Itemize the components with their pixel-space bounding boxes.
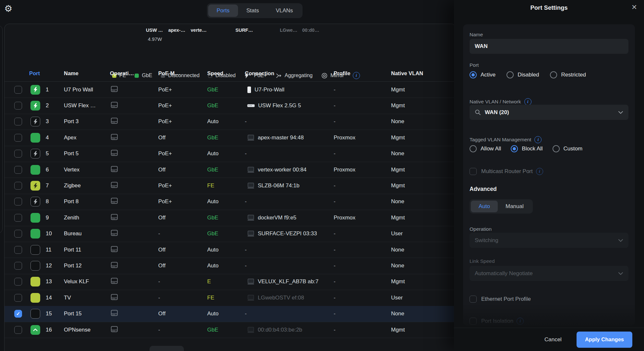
row-checkbox[interactable] xyxy=(14,134,22,142)
info-icon[interactable]: i xyxy=(524,98,531,105)
table-row[interactable]: 14 TV - FE LGwebOSTV ef:08 - User xyxy=(5,290,456,306)
tab-ports[interactable]: Ports xyxy=(208,5,238,17)
profile-cell: Proxmox xyxy=(334,215,355,221)
table-row[interactable]: 1 U7 Pro Wall PoE+ GbE U7-Pro-Wall - Mgm… xyxy=(5,82,456,98)
row-checkbox[interactable] xyxy=(14,150,22,158)
table-row[interactable]: 4 Apex Off GbE apex-master 94:48 Proxmox… xyxy=(5,130,456,146)
radio-icon xyxy=(511,145,518,152)
table-row[interactable]: 8 Port 8 PoE+ Auto - - None xyxy=(5,194,456,210)
tagged-vlan-option-allow-all[interactable]: Allow All xyxy=(470,145,501,152)
info-icon[interactable]: i xyxy=(534,136,542,143)
table-row[interactable]: 11 Port 11 Off Auto - - None xyxy=(5,242,456,258)
mode-auto[interactable]: Auto xyxy=(471,201,498,212)
port-number: 14 xyxy=(46,295,52,301)
advanced-heading: Advanced xyxy=(470,186,497,193)
tagged-vlan-option-custom[interactable]: Custom xyxy=(553,145,583,152)
table-row[interactable]: 7 Zigbee PoE+ FE SLZB-06M 74:1b - Mgmt xyxy=(5,178,456,194)
apply-changes-button[interactable]: Apply Changes xyxy=(577,332,632,348)
connection-cell: - xyxy=(245,118,247,125)
native-vlan-select[interactable]: WAN (20) xyxy=(470,105,628,120)
row-checkbox[interactable] xyxy=(14,262,22,270)
checkbox-box xyxy=(470,168,477,175)
column-header-speed[interactable]: Speed xyxy=(207,70,223,76)
port-state-option-restricted[interactable]: Restricted xyxy=(550,71,586,78)
multicast-router-port-checkbox[interactable]: Multicast Router Port i xyxy=(470,168,543,175)
operation-cell xyxy=(111,118,118,125)
column-header-name[interactable]: Name xyxy=(64,70,78,76)
port-status-icon xyxy=(30,133,40,143)
table-row[interactable]: 13 Velux KLF - E VELUX_KLF_AB7B ab:7 - M… xyxy=(5,274,456,290)
port-number: 8 xyxy=(46,198,49,205)
operation-switching-icon xyxy=(111,246,118,252)
column-header-connection[interactable]: Connection xyxy=(245,70,274,76)
native-vlan-cell: User xyxy=(391,295,403,301)
row-checkbox[interactable] xyxy=(14,278,22,286)
row-checkbox[interactable] xyxy=(14,214,22,222)
table-row[interactable]: 10 Bureau - GbE SURFACE-VEZPI 03:33 - Us… xyxy=(5,226,456,242)
connection-cell: - xyxy=(245,247,247,253)
port-state-option-disabled[interactable]: Disabled xyxy=(507,71,539,78)
table-row[interactable]: ✓ 15 Port 15 Off Auto - - None xyxy=(5,306,456,322)
port-isolation-checkbox[interactable]: Port Isolation i xyxy=(470,318,524,325)
cancel-button[interactable]: Cancel xyxy=(544,336,562,343)
tagged-vlan-option-block-all[interactable]: Block All xyxy=(511,145,543,152)
info-icon[interactable]: i xyxy=(536,168,543,175)
operation-switching-icon xyxy=(111,182,118,188)
row-checkbox[interactable] xyxy=(14,182,22,190)
profile-cell: - xyxy=(334,102,336,109)
port-status-icon xyxy=(30,309,40,319)
ethernet-port-profile-checkbox[interactable]: Ethernet Port Profile xyxy=(470,296,531,303)
client-device-icon xyxy=(247,182,255,189)
row-checkbox[interactable] xyxy=(14,102,22,110)
link-speed-select[interactable]: Automatically Negotiate xyxy=(470,266,628,281)
settings-gear-icon[interactable]: ⚙ xyxy=(4,3,12,14)
operation-switching-icon xyxy=(111,294,118,300)
name-label: Name xyxy=(470,32,483,38)
bottom-cutoff-button[interactable] xyxy=(149,346,184,351)
close-icon[interactable]: × xyxy=(632,2,637,12)
column-header-port[interactable]: Port xyxy=(29,70,40,76)
row-checkbox[interactable] xyxy=(14,198,22,205)
table-row[interactable]: 12 Port 12 Off Auto - - None xyxy=(5,258,456,274)
operation-switching-icon xyxy=(111,150,118,156)
column-header-native-vlan[interactable]: Native VLAN xyxy=(391,70,423,76)
row-checkbox[interactable] xyxy=(14,326,22,334)
tab-vlans[interactable]: VLANs xyxy=(267,5,301,17)
operation-cell xyxy=(111,278,118,286)
chevron-down-icon xyxy=(618,272,623,275)
column-header-poe-m-[interactable]: PoE M… xyxy=(158,70,180,76)
profile-cell: - xyxy=(334,118,336,125)
table-row[interactable]: 9 Zenith Off GbE dockerVM f9:e5 Proxmox … xyxy=(5,210,456,226)
row-checkbox[interactable]: ✓ xyxy=(14,310,22,318)
row-checkbox[interactable] xyxy=(14,246,22,254)
native-vlan-cell: Mgmt xyxy=(391,215,405,221)
port-status-icon xyxy=(30,229,40,239)
port-state-option-active[interactable]: Active xyxy=(470,71,495,78)
tab-stats[interactable]: Stats xyxy=(238,5,268,17)
table-row[interactable]: 2 USW Flex … PoE+ GbE USW Flex 2.5G 5 - … xyxy=(5,98,456,114)
row-checkbox[interactable] xyxy=(14,230,22,238)
poe-mode-cell: Off xyxy=(158,135,165,141)
operation-select[interactable]: Switching xyxy=(470,233,628,248)
row-checkbox[interactable] xyxy=(14,118,22,125)
table-row[interactable]: 16 OPNsense - GbE 00:d0:b4:03:be:2b - Mg… xyxy=(5,322,456,338)
port-settings-panel: Port Settings × Name WAN Port Active Dis… xyxy=(454,0,644,351)
client-device-icon xyxy=(247,278,255,285)
advanced-mode-toggle: AutoManual xyxy=(470,199,533,214)
name-input[interactable]: WAN xyxy=(470,39,628,54)
info-icon[interactable]: i xyxy=(517,318,524,325)
table-row[interactable]: 5 Port 5 PoE+ Auto - - None xyxy=(5,146,456,162)
connected-device-label: SURF… xyxy=(235,28,253,33)
column-header-operati-[interactable]: Operati… xyxy=(110,70,134,76)
radio-icon xyxy=(553,145,560,152)
row-checkbox[interactable] xyxy=(14,86,22,94)
table-row[interactable]: 6 Vertex Off GbE vertex-worker 00:84 Pro… xyxy=(5,162,456,178)
tagged-vlan-label: Tagged VLAN Management i xyxy=(470,136,542,143)
poe-mode-cell: PoE+ xyxy=(158,102,172,109)
mode-manual[interactable]: Manual xyxy=(498,201,531,212)
row-checkbox[interactable] xyxy=(14,166,22,174)
table-row[interactable]: 3 Port 3 PoE+ Auto - - None xyxy=(5,114,456,130)
column-header-profile[interactable]: Profile xyxy=(334,70,350,76)
row-checkbox[interactable] xyxy=(14,294,22,302)
port-name: Apex xyxy=(64,135,77,141)
